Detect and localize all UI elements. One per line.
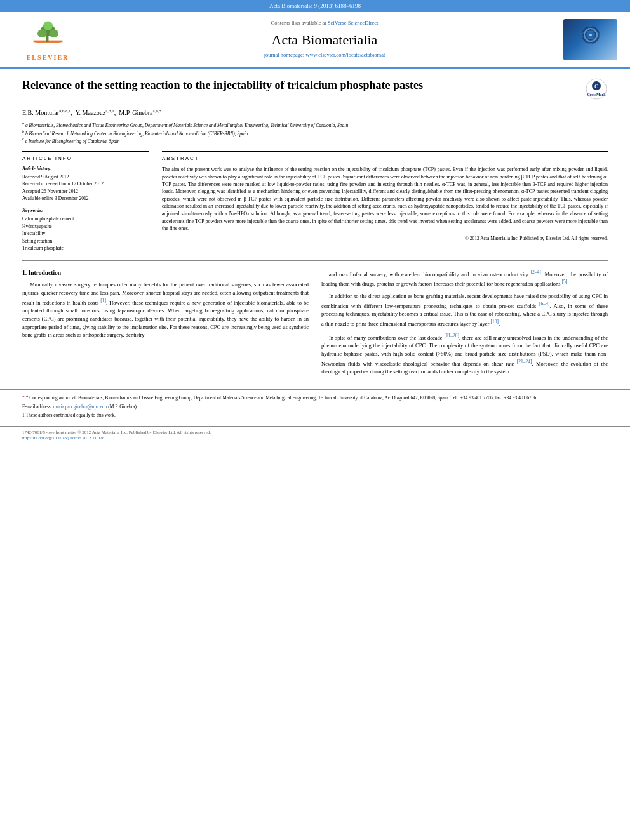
author-maazouz: Y. Maazouz <box>76 109 106 116</box>
footer-area: * * Corresponding author at: Biomaterial… <box>0 389 630 426</box>
corresponding-author-note: * * Corresponding author at: Biomaterial… <box>22 395 608 402</box>
crossmark-icon[interactable]: C CrossMark <box>586 78 608 100</box>
cover-image-icon <box>568 22 613 57</box>
affiliations: a a Biomaterials, Biomechanics and Tissu… <box>22 121 608 145</box>
journal-volume-text: Acta Biomaterialia 9 (2013) 6188–6198 <box>269 3 361 9</box>
page: Acta Biomaterialia 9 (2013) 6188–6198 <box>0 0 630 840</box>
author-ginebra: M.P. Ginebra <box>119 109 152 116</box>
ref-21-24[interactable]: [21–24] <box>517 359 532 364</box>
affiliation-b: b Biomedical Research Networking Center … <box>25 130 248 136</box>
article-title: Relevance of the setting reaction to the… <box>22 78 576 93</box>
abstract-text: The aim of the present work was to analy… <box>162 166 608 232</box>
abstract-heading: ABSTRACT <box>162 155 608 162</box>
author-montufar: E.B. Montufar <box>22 109 59 116</box>
authors-line: E.B. Montufara,b,c,1, Y. Maazouza,b,1, M… <box>22 109 608 117</box>
equal-contribution-note: 1 These authors contributed equally to t… <box>22 412 608 419</box>
sciverse-line: Contents lists available at SciVerse Sci… <box>86 20 563 27</box>
journal-title-area: Contents lists available at SciVerse Sci… <box>86 20 563 60</box>
info-abstract-row: ARTICLE INFO Article history: Received 9… <box>22 151 608 253</box>
keyword-3: Injectability <box>22 230 149 237</box>
elsevier-brand-text: ELSEVIER <box>27 53 69 62</box>
body-content: 1. Introduction Minimally invasive surge… <box>22 269 608 380</box>
article-info-box: ARTICLE INFO Article history: Received 9… <box>22 151 149 252</box>
history-revised: Received in revised form 17 October 2012 <box>22 181 149 188</box>
svg-point-3 <box>37 29 47 37</box>
abstract-copyright: © 2012 Acta Materialia Inc. Published by… <box>162 236 608 243</box>
ref-10[interactable]: [10] <box>490 319 499 324</box>
doi-link[interactable]: http://dx.doi.org/10.1016/j.actbio.2012.… <box>22 436 608 442</box>
intro-para-2: and maxillofacial surgery, with excellen… <box>321 269 608 288</box>
journal-cover-thumbnail <box>563 19 617 60</box>
intro-para-4: In spite of many contributions over the … <box>321 332 608 376</box>
intro-heading: 1. Introduction <box>22 269 309 277</box>
elsevier-logo: ELSEVIER <box>10 17 86 62</box>
ref-2-4[interactable]: [2–4] <box>531 269 541 275</box>
keyword-5: Tricalcium phosphate <box>22 245 149 252</box>
svg-point-10 <box>589 34 592 36</box>
history-online: Available online 3 December 2012 <box>22 196 149 203</box>
keyword-2: Hydroxyapatite <box>22 223 149 230</box>
affiliation-c: c Institute for Bioengineering of Catalo… <box>25 138 120 144</box>
keywords-section: Keywords: Calcium phosphate cement Hydro… <box>22 208 149 252</box>
history-title: Article history: <box>22 166 149 173</box>
keyword-1: Calcium phosphate cement <box>22 216 149 223</box>
journal-homepage: journal homepage: www.elsevier.com/locat… <box>86 51 563 59</box>
journal-title: Acta Biomaterialia <box>86 30 563 50</box>
ref-5[interactable]: [5] <box>562 279 568 284</box>
ref-1[interactable]: [1] <box>100 298 106 303</box>
svg-point-4 <box>49 29 58 37</box>
intro-para-3: In addition to the direct application as… <box>321 292 608 328</box>
article-info-column: ARTICLE INFO Article history: Received 9… <box>22 151 149 253</box>
keywords-title: Keywords: <box>22 208 149 215</box>
article-info-heading: ARTICLE INFO <box>22 155 149 162</box>
svg-text:CrossMark: CrossMark <box>587 93 606 97</box>
ref-11-20[interactable]: [11–20] <box>445 333 459 338</box>
keyword-4: Setting reaction <box>22 238 149 245</box>
journal-url[interactable]: www.elsevier.com/locate/actabiomat <box>305 51 385 58</box>
ref-6-9[interactable]: [6–9] <box>539 301 549 307</box>
svg-text:C: C <box>594 83 598 89</box>
publisher-logo-area: ELSEVIER <box>10 17 86 62</box>
svg-point-5 <box>43 21 53 30</box>
bottom-bar: 1742-7061/$ - see front matter © 2012 Ac… <box>0 426 630 446</box>
journal-volume-bar: Acta Biomaterialia 9 (2013) 6188–6198 <box>0 0 630 12</box>
sciverse-link[interactable]: SciVerse ScienceDirect <box>328 20 379 26</box>
issn-text: 1742-7061/$ - see front matter © 2012 Ac… <box>22 430 608 436</box>
article-history: Article history: Received 9 August 2012 … <box>22 166 149 203</box>
article-content: Relevance of the setting reaction to the… <box>0 69 630 389</box>
elsevier-tree-icon <box>30 17 65 52</box>
journal-header: ELSEVIER Contents lists available at Sci… <box>0 12 630 69</box>
body-col-right: and maxillofacial surgery, with excellen… <box>321 269 608 380</box>
email-footnote: E-mail address: maria.pau.ginebra@upc.ed… <box>22 404 608 411</box>
journal-thumbnail-area <box>563 19 620 60</box>
body-col-left: 1. Introduction Minimally invasive surge… <box>22 269 309 380</box>
abstract-box: ABSTRACT The aim of the present work was… <box>162 151 608 242</box>
intro-para-1: Minimally invasive surgery techniques of… <box>22 281 309 339</box>
history-accepted: Accepted 26 November 2012 <box>22 189 149 196</box>
article-title-section: Relevance of the setting reaction to the… <box>22 78 608 103</box>
author-email[interactable]: maria.pau.ginebra@upc.edu <box>53 404 107 410</box>
abstract-column: ABSTRACT The aim of the present work was… <box>162 151 608 253</box>
section-divider <box>22 260 608 261</box>
history-received: Received 9 August 2012 <box>22 174 149 181</box>
affiliation-a: a Biomaterials, Biomechanics and Tissue … <box>25 122 348 128</box>
